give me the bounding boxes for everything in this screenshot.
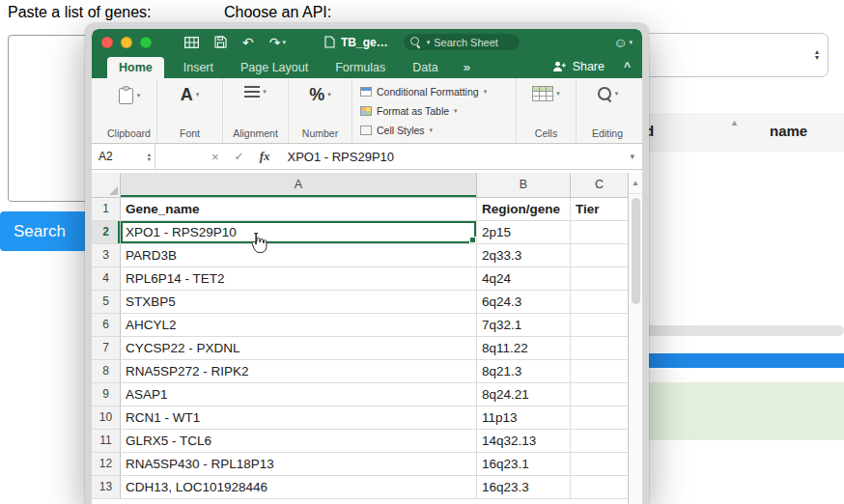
cell-column-c[interactable] [571, 244, 628, 266]
minimize-window-button[interactable] [121, 37, 132, 48]
cell-column-b[interactable]: 7q32.1 [477, 314, 571, 336]
cell-column-b[interactable]: 8q11.22 [477, 337, 571, 359]
search-icon [410, 37, 421, 47]
cell-column-c[interactable] [571, 430, 628, 452]
cell-column-c[interactable] [571, 383, 628, 406]
ribbon-tab[interactable]: Page Layout [239, 57, 310, 78]
cell-column-a[interactable]: RNA5SP430 - RPL18P13 [121, 453, 477, 475]
cell-column-a[interactable]: XPO1 - RPS29P10 [121, 221, 477, 243]
search-button[interactable]: Search [0, 211, 97, 251]
ribbon-tab[interactable]: Data [410, 57, 439, 78]
share-button[interactable]: Share ^ [552, 60, 642, 78]
results-column-header-name[interactable]: name [770, 123, 807, 139]
row-header[interactable]: 5 [92, 291, 121, 313]
confirm-entry-icon[interactable]: ✓ [235, 150, 244, 163]
cancel-entry-icon[interactable]: × [211, 150, 219, 164]
spreadsheet-grid: A B C 1 Gene_name Region/gene Tier [92, 173, 642, 504]
row-header[interactable]: 10 [92, 406, 121, 429]
number-group[interactable]: % ▾ Number [289, 78, 352, 143]
row-header[interactable]: 8 [92, 360, 121, 382]
save-icon[interactable] [214, 36, 227, 48]
cell-column-a[interactable]: STXBP5 [121, 291, 477, 313]
ribbon-tab[interactable]: Formulas [333, 57, 387, 78]
column-header-c[interactable]: C [571, 173, 628, 197]
cell-column-c[interactable] [571, 406, 628, 429]
row-header[interactable]: 3 [92, 244, 121, 266]
collapse-ribbon-icon[interactable]: ^ [624, 60, 631, 73]
style-button[interactable]: Format as Table ▾ [360, 102, 508, 119]
cell-column-b[interactable]: 4q24 [477, 267, 571, 290]
name-box[interactable]: A2 ▴ ▾ [92, 144, 155, 169]
undo-icon[interactable]: ↶ [242, 36, 254, 49]
ribbon-tab[interactable]: Home [107, 57, 164, 78]
cell-column-c[interactable] [571, 453, 628, 475]
cell-column-c[interactable] [571, 267, 628, 290]
cell-column-a[interactable]: RNA5SP272 - RIPK2 [121, 360, 477, 382]
row-header[interactable]: 7 [92, 337, 121, 359]
cell-column-b[interactable]: 16q23.3 [477, 476, 571, 498]
share-label: Share [573, 60, 605, 73]
clipboard-group[interactable]: ▾ Clipboard [101, 78, 157, 143]
cell-column-b[interactable]: 2p15 [477, 221, 571, 243]
cell-column-c[interactable] [571, 337, 628, 359]
cell-column-b[interactable]: 14q32.13 [477, 430, 571, 452]
cell-column-a[interactable]: ASAP1 [121, 383, 477, 406]
column-header-a[interactable]: A [121, 173, 477, 197]
cell-column-b[interactable]: 16q23.1 [477, 453, 571, 475]
search-sheet-field[interactable]: ▾ Search Sheet [404, 34, 520, 50]
cell-column-c[interactable] [571, 476, 628, 498]
vertical-scrollbar[interactable]: ▲ [628, 173, 642, 504]
name-box-stepper[interactable]: ▴ ▾ [148, 152, 151, 161]
scroll-up-icon[interactable]: ▲ [629, 173, 642, 194]
row-header[interactable]: 12 [92, 453, 121, 475]
zoom-window-button[interactable] [140, 37, 152, 48]
row-header[interactable]: 13 [92, 476, 121, 498]
style-button[interactable]: Cell Styles ▾ [360, 122, 508, 138]
scrollbar-thumb[interactable] [632, 198, 640, 304]
row-header[interactable]: 2 [92, 221, 121, 243]
row-header[interactable]: 9 [92, 383, 121, 406]
cell-column-c[interactable]: Tier [571, 198, 628, 220]
ribbon-tab[interactable]: Insert [182, 57, 215, 78]
editing-group[interactable]: ▾ Editing [577, 78, 638, 143]
cells-group[interactable]: ▾ Cells [517, 78, 577, 143]
formula-bar-expand-icon[interactable]: ▾ [630, 152, 634, 161]
font-group[interactable]: A ▾ Font [157, 78, 223, 143]
cell-column-b[interactable]: 6q24.3 [477, 291, 571, 313]
more-tabs-icon[interactable]: » [464, 60, 470, 78]
cell-column-c[interactable] [571, 314, 628, 336]
clipboard-caret-icon: ▾ [137, 92, 141, 99]
cell-column-b[interactable]: 11p13 [477, 406, 571, 429]
cell-column-a[interactable]: AHCYL2 [121, 314, 477, 336]
cell-column-a[interactable]: CYCSP22 - PXDNL [121, 337, 477, 359]
cell-column-a[interactable]: RPL6P14 - TET2 [121, 267, 477, 290]
style-button[interactable]: Conditional Formatting ▾ [360, 83, 508, 99]
sheet-switcher-icon[interactable] [184, 37, 199, 48]
cell-column-a[interactable]: CDH13, LOC101928446 [121, 476, 477, 498]
cell-column-a[interactable]: RCN1 - WT1 [121, 406, 477, 429]
insert-function-icon[interactable]: fx [260, 149, 270, 164]
cell-column-b[interactable]: Region/gene [477, 198, 571, 220]
row-header[interactable]: 6 [92, 314, 121, 336]
alignment-group[interactable]: ▾ Alignment [223, 78, 289, 143]
style-button-label: Conditional Formatting [377, 86, 479, 98]
close-window-button[interactable] [101, 37, 113, 48]
sort-asc-icon[interactable]: ▲ [730, 118, 739, 127]
cell-column-b[interactable]: 2q33.3 [477, 244, 571, 266]
row-header[interactable]: 11 [92, 430, 121, 452]
cell-column-b[interactable]: 8q21.3 [477, 360, 571, 382]
cell-column-c[interactable] [571, 291, 628, 313]
formula-input[interactable]: XPO1 - RPS29P10 [288, 150, 395, 164]
cell-column-a[interactable]: PARD3B [121, 244, 477, 266]
row-header[interactable]: 1 [92, 198, 121, 220]
column-header-b[interactable]: B [477, 173, 571, 197]
select-all-corner[interactable] [92, 173, 121, 197]
feedback-button[interactable]: ☺ ▾ [613, 35, 633, 50]
redo-icon[interactable]: ↷ ▾ [269, 36, 286, 49]
cell-column-a[interactable]: Gene_name [121, 198, 477, 220]
cell-column-c[interactable] [571, 360, 628, 382]
cell-column-c[interactable] [571, 221, 628, 243]
row-header[interactable]: 4 [92, 267, 121, 290]
cell-column-b[interactable]: 8q24.21 [477, 383, 571, 406]
cell-column-a[interactable]: GLRX5 - TCL6 [121, 430, 477, 452]
